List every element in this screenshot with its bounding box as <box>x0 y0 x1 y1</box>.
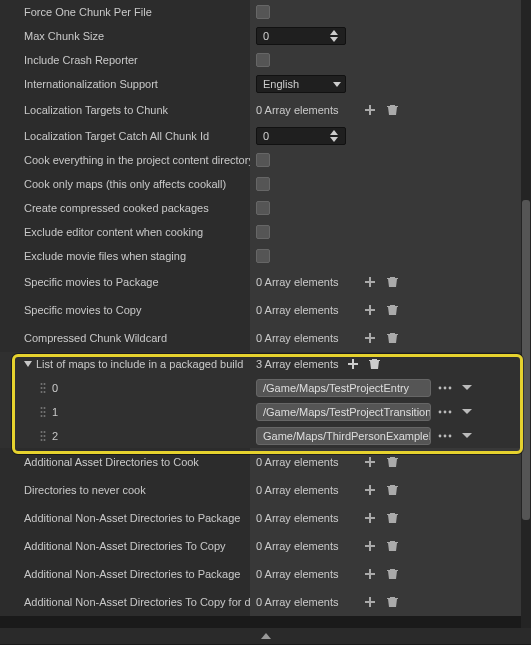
map-item-label: 0 <box>0 376 250 400</box>
add-icon[interactable] <box>345 356 361 372</box>
map-path-input[interactable]: /Game/Maps/TestProjectTransition <box>256 403 431 421</box>
svg-point-9 <box>41 407 43 409</box>
number-value: 0 <box>263 30 269 42</box>
checkbox[interactable] <box>256 5 270 19</box>
property-value: English <box>250 72 531 96</box>
add-icon[interactable] <box>362 566 378 582</box>
add-icon[interactable] <box>362 594 378 610</box>
property-label: Localization Targets to Chunk <box>0 96 250 124</box>
map-item-row: 0/Game/Maps/TestProjectEntry <box>0 376 531 400</box>
property-value: 0 <box>250 24 531 48</box>
array-count: 0 Array elements <box>256 596 356 608</box>
trash-icon[interactable] <box>384 330 400 346</box>
spinner-icon[interactable] <box>329 129 339 143</box>
map-item-value: /Game/Maps/TestProjectEntry <box>250 376 531 400</box>
browse-icon[interactable] <box>437 404 453 420</box>
svg-point-10 <box>44 407 46 409</box>
property-row: Cook only maps (this only affects cookal… <box>0 172 531 196</box>
drag-grip-icon[interactable] <box>38 382 48 394</box>
property-label: Cook only maps (this only affects cookal… <box>0 172 250 196</box>
add-icon[interactable] <box>362 102 378 118</box>
add-icon[interactable] <box>362 482 378 498</box>
property-label: Exclude editor content when cooking <box>0 220 250 244</box>
property-value: 0 Array elements <box>250 296 531 324</box>
scrollbar[interactable] <box>521 0 531 628</box>
trash-icon[interactable] <box>384 566 400 582</box>
dropdown-icon[interactable] <box>459 380 475 396</box>
trash-icon[interactable] <box>384 302 400 318</box>
add-icon[interactable] <box>362 510 378 526</box>
checkbox[interactable] <box>256 153 270 167</box>
trash-icon[interactable] <box>367 356 383 372</box>
svg-point-19 <box>44 431 46 433</box>
svg-point-13 <box>41 415 43 417</box>
svg-point-4 <box>41 391 43 393</box>
spinner-icon[interactable] <box>329 29 339 43</box>
property-row: Localization Targets to Chunk0 Array ele… <box>0 96 531 124</box>
property-row: Create compressed cooked packages <box>0 196 531 220</box>
drag-grip-icon[interactable] <box>38 406 48 418</box>
trash-icon[interactable] <box>384 454 400 470</box>
property-label: Include Crash Reporter <box>0 48 250 72</box>
checkbox[interactable] <box>256 225 270 239</box>
browse-icon[interactable] <box>437 380 453 396</box>
map-item-label: 2 <box>0 424 250 448</box>
property-row: Additional Non-Asset Directories To Copy… <box>0 588 531 616</box>
array-count: 0 Array elements <box>256 276 356 288</box>
property-label: Additional Non-Asset Directories To Copy <box>0 532 250 560</box>
map-index: 2 <box>52 430 58 442</box>
number-input[interactable]: 0 <box>256 127 346 145</box>
property-row: Additional Asset Directories to Cook0 Ar… <box>0 448 531 476</box>
property-value <box>250 244 531 268</box>
add-icon[interactable] <box>362 538 378 554</box>
svg-point-17 <box>449 411 452 414</box>
dropdown-icon[interactable] <box>459 404 475 420</box>
property-row: Directories to never cook0 Array element… <box>0 476 531 504</box>
footer-bar[interactable] <box>0 628 531 644</box>
map-path-input[interactable]: /Game/Maps/TestProjectEntry <box>256 379 431 397</box>
svg-point-26 <box>449 435 452 438</box>
trash-icon[interactable] <box>384 482 400 498</box>
number-value: 0 <box>263 130 269 142</box>
drag-grip-icon[interactable] <box>38 430 48 442</box>
property-label: Exclude movie files when staging <box>0 244 250 268</box>
number-input[interactable]: 0 <box>256 27 346 45</box>
checkbox[interactable] <box>256 201 270 215</box>
scrollbar-thumb[interactable] <box>522 200 530 520</box>
svg-point-25 <box>444 435 447 438</box>
trash-icon[interactable] <box>384 102 400 118</box>
property-value: 0 Array elements <box>250 588 531 616</box>
dropdown-icon[interactable] <box>459 428 475 444</box>
dropdown[interactable]: English <box>256 75 346 93</box>
property-label: Internationalization Support <box>0 72 250 96</box>
svg-point-24 <box>439 435 442 438</box>
map-path-input[interactable]: Game/Maps/ThirdPersonExampleMap <box>256 427 431 445</box>
property-label: Additional Non-Asset Directories to Pack… <box>0 504 250 532</box>
add-icon[interactable] <box>362 274 378 290</box>
trash-icon[interactable] <box>384 510 400 526</box>
expand-arrow-icon[interactable] <box>24 361 32 367</box>
array-count: 0 Array elements <box>256 484 356 496</box>
map-index: 0 <box>52 382 58 394</box>
checkbox[interactable] <box>256 249 270 263</box>
property-value: 0 Array elements <box>250 504 531 532</box>
checkbox[interactable] <box>256 53 270 67</box>
svg-point-23 <box>44 439 46 441</box>
svg-point-6 <box>439 387 442 390</box>
property-value <box>250 0 531 24</box>
add-icon[interactable] <box>362 302 378 318</box>
browse-icon[interactable] <box>437 428 453 444</box>
trash-icon[interactable] <box>384 274 400 290</box>
property-label: Localization Target Catch All Chunk Id <box>0 124 250 148</box>
collapse-up-icon <box>261 633 271 639</box>
add-icon[interactable] <box>362 330 378 346</box>
checkbox[interactable] <box>256 177 270 191</box>
add-icon[interactable] <box>362 454 378 470</box>
property-row: Specific movies to Package0 Array elemen… <box>0 268 531 296</box>
property-label: Additional Asset Directories to Cook <box>0 448 250 476</box>
maps-header-row: List of maps to include in a packaged bu… <box>0 352 531 376</box>
property-row: Force One Chunk Per File <box>0 0 531 24</box>
property-row: Compressed Chunk Wildcard0 Array element… <box>0 324 531 352</box>
trash-icon[interactable] <box>384 538 400 554</box>
trash-icon[interactable] <box>384 594 400 610</box>
